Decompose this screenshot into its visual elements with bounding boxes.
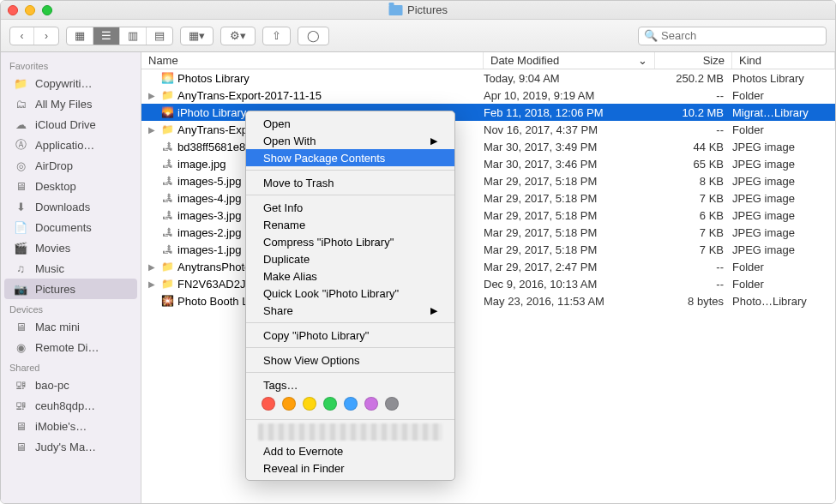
folder-icon: 📁 (160, 88, 174, 102)
file-kind: Folder (732, 278, 835, 291)
sidebar-item-documents[interactable]: 📄 Documents (1, 217, 141, 237)
tag-color-dot[interactable] (385, 397, 399, 411)
share-button[interactable]: ⇧ (262, 27, 291, 45)
menu-item-reveal-in-finder[interactable]: Reveal in Finder (246, 459, 454, 477)
menu-item-label: Duplicate (263, 253, 310, 266)
search-field[interactable]: 🔍 (638, 27, 827, 45)
file-size: -- (655, 89, 732, 102)
menu-separator (246, 170, 454, 171)
file-date: Mar 29, 2017, 5:18 PM (484, 243, 655, 256)
column-header-name[interactable]: Name (141, 52, 484, 69)
file-name: images-5.jpg (177, 175, 241, 188)
chevron-left-icon: ‹ (21, 30, 24, 42)
file-size: 65 KB (655, 158, 732, 171)
gallery-view-button[interactable]: ▤ (147, 27, 172, 45)
search-input[interactable] (661, 29, 821, 42)
menu-item-label: Reveal in Finder (263, 462, 345, 475)
sidebar-item-macmini[interactable]: 🖥 Mac mini (1, 316, 141, 337)
menu-item-tags-[interactable]: Tags… (246, 376, 454, 393)
list-view-button[interactable]: ☰ (93, 27, 120, 45)
menu-item-open[interactable]: Open (246, 115, 454, 132)
tag-color-dot[interactable] (323, 397, 337, 411)
zoom-window-button[interactable] (42, 5, 52, 15)
tag-color-dot[interactable] (344, 397, 358, 411)
sidebar-item-movies[interactable]: 🎬 Movies (1, 237, 141, 258)
minimize-window-button[interactable] (25, 5, 35, 15)
file-size: 8 KB (655, 175, 732, 188)
menu-item-compress--iphoto-library-[interactable]: Compress "iPhoto Library" (246, 233, 454, 250)
file-name: iPhoto Library (177, 106, 246, 119)
disc-icon: ◉ (13, 341, 28, 353)
arrange-button[interactable]: ▦▾ (181, 27, 213, 45)
tag-color-dot[interactable] (303, 397, 316, 411)
file-size: -- (655, 123, 732, 136)
sidebar-item-judysma[interactable]: 🖥 Judy's Ma… (1, 436, 141, 457)
sidebar-item-desktop[interactable]: 🖥 Desktop (1, 176, 141, 196)
sidebar-item-label: Music (35, 262, 64, 275)
image-icon: 🏞 (160, 140, 174, 153)
action-button[interactable]: ⚙︎▾ (220, 27, 256, 45)
sidebar-item-ceuh8qdp[interactable]: 🖳 ceuh8qdp… (1, 395, 141, 416)
menu-item-share[interactable]: Share ▶ (246, 302, 454, 319)
tag-color-dot[interactable] (364, 397, 378, 411)
icon-view-button[interactable]: ▦ (67, 27, 93, 45)
close-window-button[interactable] (8, 5, 18, 15)
menu-item-label: Copy "iPhoto Library" (263, 329, 369, 342)
sidebar-item-downloads[interactable]: ⬇︎ Downloads (1, 196, 141, 217)
sidebar-item-airdrop[interactable]: ◎ AirDrop (1, 155, 141, 176)
sidebar-item-imobies[interactable]: 🖥 iMobie's… (1, 416, 141, 436)
sidebar-item-music[interactable]: ♫ Music (1, 258, 141, 279)
file-date: Mar 29, 2017, 5:18 PM (484, 192, 655, 205)
disclosure-triangle-icon[interactable]: ▶ (147, 262, 157, 272)
menu-item-show-package-contents[interactable]: Show Package Contents (246, 149, 454, 166)
sidebar-item-label: All My Files (35, 98, 92, 111)
disclosure-triangle-icon[interactable]: ▶ (147, 125, 157, 135)
menu-item-label: Show Package Contents (263, 152, 385, 165)
sidebar-item-label: Pictures (35, 283, 75, 296)
file-date: Feb 11, 2018, 12:06 PM (484, 106, 655, 119)
menu-item-rename[interactable]: Rename (246, 216, 454, 233)
sort-chevron-icon: ⌄ (638, 54, 647, 67)
disclosure-triangle-icon[interactable]: ▶ (147, 279, 157, 289)
file-row[interactable]: 🌅 Photos Library Today, 9:04 AM 250.2 MB… (141, 69, 835, 87)
sidebar-heading: Devices (1, 299, 141, 316)
tag-color-dot[interactable] (282, 397, 296, 411)
menu-item-copy--iphoto-library-[interactable]: Copy "iPhoto Library" (246, 327, 454, 344)
sidebar-item-iclouddrive[interactable]: ☁︎ iCloud Drive (1, 114, 141, 135)
all-icon: 🗂 (13, 98, 28, 110)
submenu-arrow-icon: ▶ (430, 305, 437, 316)
file-kind: JPEG image (732, 209, 835, 222)
column-view-button[interactable]: ▥ (120, 27, 147, 45)
back-button[interactable]: ‹ (10, 27, 34, 45)
file-date: Mar 30, 2017, 3:49 PM (484, 141, 655, 153)
file-row[interactable]: ▶ 📁 AnyTrans-Export-2017-11-15 Apr 10, 2… (141, 87, 835, 104)
menu-item-show-view-options[interactable]: Show View Options (246, 351, 454, 369)
tags-button[interactable]: ◯ (298, 27, 329, 45)
sidebar-item-copywriti[interactable]: 📁 Copywriti… (1, 73, 141, 93)
column-header-size[interactable]: Size (655, 52, 732, 69)
sidebar-item-applicatio[interactable]: Ⓐ Applicatio… (1, 135, 141, 155)
menu-item-get-info[interactable]: Get Info (246, 199, 454, 216)
file-name: images-4.jpg (177, 192, 241, 205)
menu-item-add-to-evernote[interactable]: Add to Evernote (246, 442, 454, 459)
disclosure-triangle-icon[interactable]: ▶ (147, 91, 157, 100)
menu-item-move-to-trash[interactable]: Move to Trash (246, 174, 454, 191)
tag-color-dot[interactable] (262, 397, 275, 411)
menu-separator (246, 372, 454, 373)
menu-item-open-with[interactable]: Open With ▶ (246, 132, 454, 149)
menu-item-make-alias[interactable]: Make Alias (246, 267, 454, 285)
file-name: image.jpg (177, 158, 226, 171)
sidebar-item-baopc[interactable]: 🖳 bao-pc (1, 375, 141, 395)
menu-item-duplicate[interactable]: Duplicate (246, 250, 454, 267)
menu-item-quick-look--iphoto-library-[interactable]: Quick Look "iPhoto Library" (246, 285, 454, 302)
menu-item-label: Make Alias (263, 270, 317, 283)
sidebar-item-allmyfiles[interactable]: 🗂 All My Files (1, 93, 141, 114)
sidebar-item-pictures[interactable]: 📷 Pictures (4, 279, 137, 299)
forward-button[interactable]: › (34, 27, 58, 45)
sidebar-item-remotedi[interactable]: ◉ Remote Di… (1, 337, 141, 357)
column-header-date[interactable]: Date Modified⌄ (484, 52, 655, 69)
gallery-icon: ▤ (154, 29, 165, 42)
column-header-kind[interactable]: Kind (732, 52, 835, 69)
nav-buttons: ‹ › (9, 27, 59, 45)
mac-icon: 🖥 (13, 420, 28, 432)
